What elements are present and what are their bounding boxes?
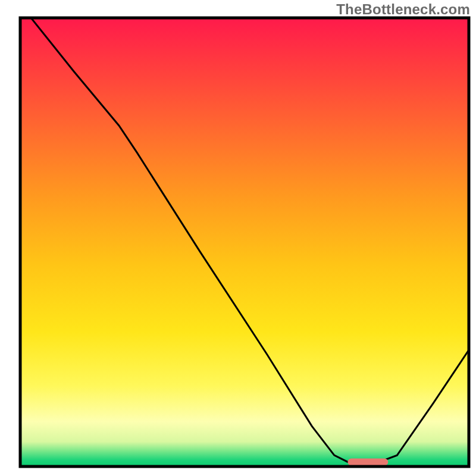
optimal-range-marker [347, 458, 388, 465]
chart-container: TheBottleneck.com [0, 0, 476, 476]
watermark-text: TheBottleneck.com [336, 1, 470, 18]
plot-background [20, 18, 469, 466]
bottleneck-chart [0, 0, 476, 476]
